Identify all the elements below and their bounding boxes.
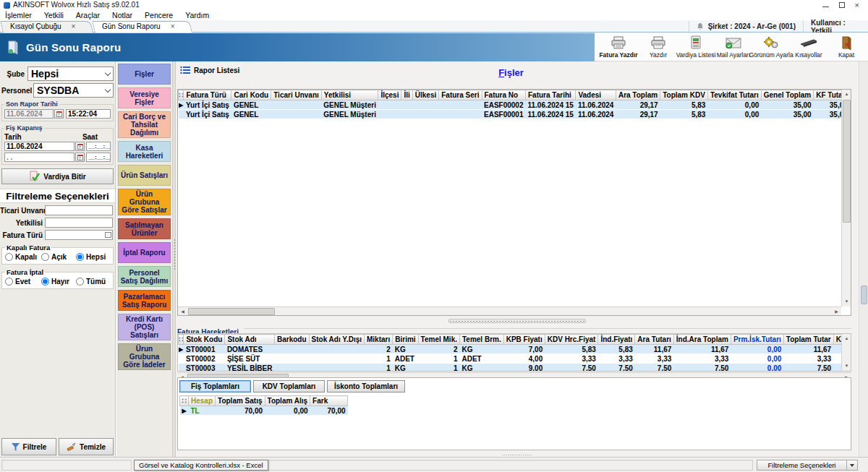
invoices-hscrollbar[interactable]: ◀ ▶	[178, 306, 841, 315]
column-header[interactable]: Toplam Satış	[216, 396, 265, 406]
column-header[interactable]: Miktarı	[365, 335, 393, 345]
gorunum-ayarla-button[interactable]: Görünüm Ayarla	[752, 33, 790, 61]
filtreleme-secenekleri-button[interactable]: Filtreleme Seçenekleri	[757, 460, 858, 471]
column-header[interactable]: Yetkilisi	[321, 90, 378, 100]
menu-notlar[interactable]: Notlar	[112, 11, 132, 20]
column-header[interactable]: Cari Kodu	[231, 90, 271, 100]
report-button-urun-grubuna-satislar[interactable]: Ürün Grubuna Göre Satışlar	[118, 189, 171, 215]
column-header[interactable]: İnd.Fiyatı	[598, 335, 635, 345]
ticari-unvani-input[interactable]	[45, 205, 113, 215]
column-header[interactable]: Temel Brm.	[459, 335, 503, 345]
radio-acik[interactable]: Açık	[41, 253, 76, 261]
tab-gun-sonu-raporu[interactable]: Gün Sonu Raporu×	[95, 21, 192, 33]
report-button-fisler[interactable]: Fişler	[118, 64, 171, 85]
table-row[interactable]: Yurt İçi SatışGENELGENEL MüşteriEASF0000…	[179, 110, 842, 119]
scroll-right-icon[interactable]: ▶	[832, 307, 841, 316]
report-button-iptal-raporu[interactable]: İptal Raporu	[118, 242, 171, 263]
column-header[interactable]: Vadesi	[576, 90, 616, 100]
report-button-veresiye-fisler[interactable]: Veresiye Fişler	[118, 87, 171, 108]
invoices-vscrollbar[interactable]: ▲ ▼	[841, 90, 851, 306]
column-header[interactable]: Ticari Unvanı	[271, 90, 322, 100]
temizle-button[interactable]: Temizle	[59, 438, 114, 455]
column-header[interactable]: İli	[401, 90, 412, 100]
calendar-icon[interactable]: 7	[75, 153, 85, 162]
maximize-button[interactable]	[839, 1, 845, 9]
mail-ayarlari-button[interactable]: Mail Ayarları	[715, 33, 752, 61]
sube-select[interactable]: Hepsi	[27, 66, 114, 81]
column-header[interactable]: İnd.Ara Toplam	[673, 335, 731, 345]
calendar-icon[interactable]: 7	[54, 109, 64, 119]
radio-tumu[interactable]: Tümü	[76, 278, 106, 286]
column-header[interactable]: Tevkifat Tutarı	[707, 90, 761, 100]
filtrele-button[interactable]: Filtrele	[1, 438, 56, 455]
column-header[interactable]: Ara Tutarı	[635, 335, 674, 345]
tab-fis-toplamlari[interactable]: Fiş Toplamları	[179, 380, 251, 392]
column-header[interactable]: Birimi	[393, 335, 418, 345]
minimize-button[interactable]	[822, 1, 829, 9]
menu-yardim[interactable]: Yardım	[185, 11, 209, 20]
column-header[interactable]: Toplam Alış	[265, 396, 310, 406]
fatura-yazdir-button[interactable]: Fatura Yazdır	[597, 33, 639, 61]
tab-close-icon[interactable]: ×	[171, 22, 175, 30]
hareketler-vscrollbar[interactable]: ▲ ▼	[841, 334, 851, 371]
fatura-turu-input[interactable]	[45, 230, 113, 240]
table-row[interactable]: ▶ST00001DOMATES2KG2KG7,005,835,8311,6711…	[179, 345, 842, 354]
column-header[interactable]: Fatura No	[482, 90, 525, 100]
tab-close-icon[interactable]: ×	[72, 22, 76, 30]
column-header[interactable]: Hesap	[189, 396, 216, 406]
menu-pencere[interactable]: Pencere	[145, 11, 173, 20]
column-header[interactable]: Barkodu	[274, 335, 309, 345]
column-header[interactable]: Prm.İsk.Tutarı	[731, 335, 783, 345]
scroll-down-icon[interactable]: ▼	[842, 361, 851, 371]
column-header[interactable]: KPB Fiyatı	[503, 335, 545, 345]
menu-yetkili[interactable]: Yetkili	[44, 11, 64, 20]
column-header[interactable]: Toplam KDV	[660, 90, 708, 100]
report-button-urun-grubuna-iadeler[interactable]: Ürun Grubuna Göre İadeler	[118, 343, 171, 370]
column-header[interactable]: Stok Adı Y.Dışı	[309, 335, 364, 345]
radio-hepsi[interactable]: Hepsi	[76, 253, 106, 261]
column-header[interactable]: Genel Toplam	[761, 90, 813, 100]
kapanis-date-input[interactable]: 11.06.2024	[4, 142, 75, 151]
menu-islemler[interactable]: İşlemler	[5, 11, 32, 20]
vardiya-bitir-button[interactable]: Vardiya Bitir	[1, 168, 114, 184]
column-header[interactable]: KF Tutarı	[814, 90, 841, 100]
column-header[interactable]: KDV li Toplam	[833, 335, 841, 345]
dropdown-arrow-icon[interactable]	[846, 460, 857, 470]
column-header[interactable]: İlçesi	[378, 90, 401, 100]
column-header[interactable]: Fatura Türü	[184, 90, 231, 100]
column-header[interactable]: Toplam Tutar	[783, 335, 833, 345]
personel-select[interactable]: SYSDBA	[33, 83, 114, 98]
report-button-pazarlamaci-satis[interactable]: Pazarlamacı Satış Raporu	[118, 290, 171, 311]
radio-kapali[interactable]: Kapalı	[5, 253, 41, 261]
report-button-cari-borc[interactable]: Cari Borç ve Tahsilat Dağılımı	[118, 111, 171, 138]
scroll-down-icon[interactable]: ▼	[842, 297, 851, 306]
kapanis-time-input[interactable]: __:__:__	[86, 142, 111, 151]
column-header[interactable]: Temel Mik.	[418, 335, 459, 345]
menu-araclar[interactable]: Araçlar	[76, 11, 100, 20]
radio-hayir[interactable]: Hayır	[41, 278, 76, 286]
kapat-button[interactable]: Kapat	[827, 33, 865, 61]
vardiya-listesi-button[interactable]: Vardiya Listesi	[677, 33, 715, 61]
table-row[interactable]: ST00003YEŞİL BİBER1KG1KG9,007,507,507,50…	[179, 364, 842, 372]
yazdir-button[interactable]: Yazdır	[639, 33, 677, 61]
tab-kdv-toplamlari[interactable]: KDV Toplamları	[253, 380, 325, 392]
column-header[interactable]: Fark	[310, 396, 348, 406]
kapanis-time2-input[interactable]: __:__:__	[86, 153, 111, 162]
report-button-satilmayan-urunler[interactable]: Satılmayan Ürünler	[118, 218, 171, 239]
column-header[interactable]: KDV Hrc.Fiyat	[545, 335, 598, 345]
calendar-icon[interactable]: 7	[75, 142, 85, 151]
lookup-icon[interactable]	[105, 232, 111, 238]
scroll-up-icon[interactable]: ▲	[842, 334, 851, 343]
column-header[interactable]: Stok Kodu	[184, 335, 225, 345]
tab-iskonto-toplamlari[interactable]: İskonto Toplamları	[327, 380, 405, 392]
table-row[interactable]: ST00002ŞİŞE SÜT1ADET1ADET4,003,333,333,3…	[179, 354, 842, 364]
table-row[interactable]: ▶Yurt İçi SatışGENELGENEL MüşteriEASF000…	[179, 100, 842, 110]
report-button-urun-satislari[interactable]: Ürün Satışları	[118, 165, 171, 186]
kisayollar-button[interactable]: Kısayollar	[790, 33, 827, 61]
kapanis-date2-input[interactable]: . .	[4, 153, 75, 162]
radio-evet[interactable]: Evet	[5, 278, 41, 286]
scroll-up-icon[interactable]: ▲	[842, 90, 851, 99]
scroll-left-icon[interactable]: ◀	[178, 307, 187, 316]
column-header[interactable]: Fatura Tarihi	[526, 90, 576, 100]
table-row[interactable]: ▶TL70,000,0070,00	[180, 406, 348, 416]
